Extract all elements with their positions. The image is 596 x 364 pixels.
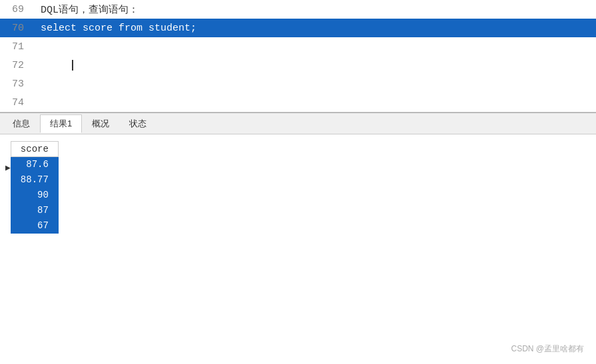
table-row-3[interactable]: 87 [11, 203, 58, 218]
watermark: CSDN @孟里啥都有 [511, 343, 584, 355]
line-number-74: 74 [0, 97, 32, 108]
code-line-74[interactable]: 74 [0, 93, 596, 112]
row-indicator-col: ▶ [5, 141, 11, 176]
tab-状态[interactable]: 状态 [119, 114, 156, 132]
table-row-0[interactable]: 87.6 [11, 157, 58, 172]
bottom-panel: 信息结果1概况状态 ▶ score 87.688.77908767 [0, 112, 596, 240]
line-number-73: 73 [0, 79, 32, 90]
column-header-score: score [11, 142, 58, 157]
cell-score-4: 67 [11, 218, 58, 234]
line-content-69[interactable]: DQL语句，查询语句： [32, 3, 596, 16]
code-line-69[interactable]: 69 DQL语句，查询语句： [0, 0, 596, 19]
tab-信息[interactable]: 信息 [3, 114, 40, 132]
table-row-4[interactable]: 67 [11, 218, 58, 234]
result-table: score 87.688.77908767 [11, 141, 59, 234]
editor-area[interactable]: 69 DQL语句，查询语句：70 select score from stude… [0, 0, 596, 112]
table-row-2[interactable]: 90 [11, 188, 58, 203]
tab-结果1[interactable]: 结果1 [40, 114, 82, 133]
table-row-1[interactable]: 88.77 [11, 172, 58, 188]
tab-概况[interactable]: 概况 [82, 114, 119, 132]
line-number-71: 71 [0, 41, 32, 53]
cell-score-1: 88.77 [11, 172, 58, 188]
cell-score-3: 87 [11, 203, 58, 218]
cell-score-0: 87.6 [11, 157, 58, 172]
line-number-69: 69 [0, 4, 32, 15]
cell-score-2: 90 [11, 188, 58, 203]
line-content-70[interactable]: select score from student; [32, 23, 596, 34]
line-content-72[interactable] [32, 60, 596, 71]
tabs-bar: 信息结果1概况状态 [0, 113, 596, 134]
line-number-70: 70 [0, 23, 32, 34]
code-line-71[interactable]: 71 [0, 37, 596, 56]
text-cursor [72, 60, 73, 71]
row-arrow-0: ▶ [5, 160, 11, 176]
code-line-73[interactable]: 73 [0, 75, 596, 93]
code-line-72[interactable]: 72 [0, 56, 596, 75]
line-number-72: 72 [0, 60, 32, 71]
results-area: ▶ score 87.688.77908767 [0, 134, 596, 240]
code-line-70[interactable]: 70 select score from student; [0, 19, 596, 37]
